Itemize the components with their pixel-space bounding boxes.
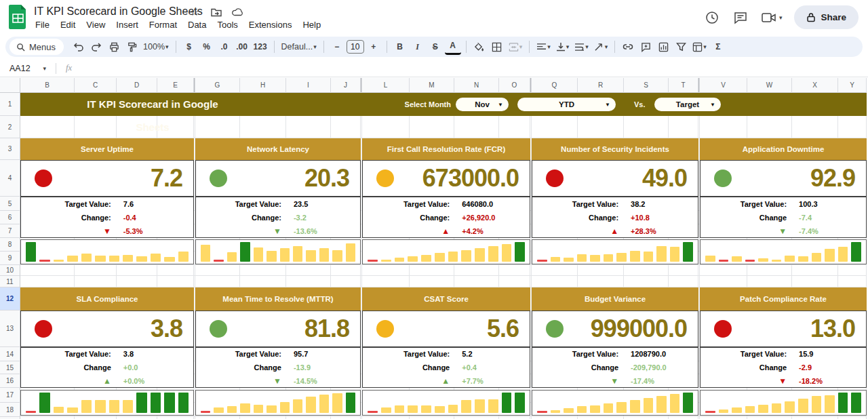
borders-button[interactable] xyxy=(489,39,505,55)
column-header-X[interactable]: X xyxy=(792,78,838,93)
menu-file[interactable]: File xyxy=(30,18,55,31)
row-header-8[interactable]: 8 xyxy=(0,238,20,252)
menu-format[interactable]: Format xyxy=(144,18,182,31)
column-header-Q[interactable]: Q xyxy=(532,78,578,93)
more-formats-button[interactable]: 123 xyxy=(252,39,269,55)
row-header-10[interactable]: 10 xyxy=(0,265,20,276)
menu-tools[interactable]: Tools xyxy=(212,18,243,31)
select-all-corner[interactable] xyxy=(0,78,20,93)
row-header-2[interactable]: 2 xyxy=(0,116,20,138)
format-currency-button[interactable]: $ xyxy=(181,39,197,55)
toolbar-search-menus[interactable]: Menus xyxy=(9,39,64,55)
menu-help[interactable]: Help xyxy=(297,18,326,31)
text-color-button[interactable]: A xyxy=(445,39,461,55)
redo-button[interactable] xyxy=(88,39,104,55)
name-box[interactable]: AA12 ▾ xyxy=(0,64,52,73)
italic-button[interactable]: I xyxy=(410,39,426,55)
insert-comment-button[interactable] xyxy=(637,39,654,55)
menu-extensions[interactable]: Extensions xyxy=(243,18,298,31)
fill-color-button[interactable] xyxy=(471,39,488,55)
column-header-Y[interactable]: Y xyxy=(838,78,867,93)
menu-view[interactable]: View xyxy=(81,18,111,31)
star-icon[interactable]: ☆ xyxy=(189,6,201,18)
zoom-select[interactable]: 100%▾ xyxy=(141,39,171,55)
create-filter-button[interactable] xyxy=(673,39,689,55)
column-header-E[interactable]: E xyxy=(157,78,194,93)
horizontal-align-button[interactable]: ▾ xyxy=(534,39,553,55)
increase-font-size-button[interactable]: + xyxy=(366,39,382,55)
version-history-icon[interactable] xyxy=(704,9,720,26)
column-header-R[interactable]: R xyxy=(578,78,624,93)
format-percent-button[interactable]: % xyxy=(199,39,215,55)
paint-format-button[interactable] xyxy=(123,39,140,55)
row-header-17[interactable]: 17 xyxy=(0,388,20,403)
column-header-M[interactable]: M xyxy=(410,78,454,93)
table-views-button[interactable]: ▾ xyxy=(690,39,709,55)
column-header-J[interactable]: J xyxy=(331,78,361,93)
font-select[interactable]: Defaul...▾ xyxy=(279,39,319,55)
column-header-C[interactable]: C xyxy=(75,78,117,93)
row-header-6[interactable]: 6 xyxy=(0,211,20,224)
row-header-14[interactable]: 14 xyxy=(0,347,20,361)
month-dropdown[interactable]: Nov ▼ xyxy=(456,98,509,111)
menu-insert[interactable]: Insert xyxy=(111,18,144,31)
merge-cells-button[interactable]: ▾ xyxy=(507,39,525,55)
bold-button[interactable]: B xyxy=(392,39,408,55)
spark-bar xyxy=(435,406,445,413)
column-header-L[interactable]: L xyxy=(362,78,410,93)
column-header-W[interactable]: W xyxy=(747,78,792,93)
print-button[interactable] xyxy=(106,39,122,55)
increase-decimals-button[interactable]: .00 xyxy=(234,39,250,55)
row-header-12[interactable]: 12 xyxy=(0,287,20,311)
document-title[interactable]: IT KPI Scorecard in Google Sheets xyxy=(34,5,203,18)
decrease-font-size-button[interactable]: − xyxy=(329,39,345,55)
insert-chart-button[interactable] xyxy=(655,39,671,55)
row-header-16[interactable]: 16 xyxy=(0,374,20,388)
vertical-align-button[interactable]: ▾ xyxy=(554,39,572,55)
formula-input[interactable] xyxy=(72,60,868,77)
share-button[interactable]: Share xyxy=(794,5,859,29)
column-header-V[interactable]: V xyxy=(700,78,747,93)
cloud-status-icon[interactable] xyxy=(232,6,244,18)
undo-button[interactable] xyxy=(71,39,87,55)
row-header-5[interactable]: 5 xyxy=(0,197,20,211)
target-value: 646080.0 xyxy=(458,200,530,208)
period-dropdown[interactable]: YTD ▼ xyxy=(517,98,616,111)
font-size-input[interactable]: 10 xyxy=(347,40,364,54)
meet-button[interactable]: ▾ xyxy=(761,11,783,24)
column-header-I[interactable]: I xyxy=(286,78,331,93)
column-header-H[interactable]: H xyxy=(240,78,286,93)
row-header-7[interactable]: 7 xyxy=(0,224,20,238)
row-header-1[interactable]: 1 xyxy=(0,93,20,116)
row-header-4[interactable]: 4 xyxy=(0,160,20,197)
spark-bar xyxy=(488,399,498,413)
move-to-folder-icon[interactable] xyxy=(210,6,222,18)
row-header-15[interactable]: 15 xyxy=(0,361,20,374)
column-header-B[interactable]: B xyxy=(20,78,75,93)
column-header-O[interactable]: O xyxy=(499,78,530,93)
insert-link-button[interactable] xyxy=(620,39,636,55)
sheet-content[interactable]: IT KPI Scorecard in Google Sheets Select… xyxy=(20,93,868,419)
spark-bar xyxy=(732,407,742,413)
column-header-T[interactable]: T xyxy=(669,78,698,93)
column-header-S[interactable]: S xyxy=(624,78,669,93)
borders-icon xyxy=(492,42,502,52)
sheets-logo-icon[interactable] xyxy=(9,5,27,29)
row-header-3[interactable]: 3 xyxy=(0,138,20,160)
compare-dropdown[interactable]: Target ▼ xyxy=(654,98,721,111)
text-wrap-button[interactable]: ▾ xyxy=(572,39,591,55)
row-header-11[interactable]: 11 xyxy=(0,276,20,287)
column-header-G[interactable]: G xyxy=(195,78,240,93)
text-rotation-button[interactable]: ▾ xyxy=(592,39,610,55)
functions-button[interactable]: Σ xyxy=(710,39,726,55)
comment-history-icon[interactable] xyxy=(732,9,749,26)
column-header-D[interactable]: D xyxy=(117,78,157,93)
row-header-13[interactable]: 13 xyxy=(0,311,20,347)
menu-edit[interactable]: Edit xyxy=(55,18,81,31)
column-header-N[interactable]: N xyxy=(454,78,499,93)
strikethrough-button[interactable]: S xyxy=(427,39,443,55)
menu-data[interactable]: Data xyxy=(182,18,212,31)
decrease-decimals-button[interactable]: .0 xyxy=(216,39,233,55)
row-header-9[interactable]: 9 xyxy=(0,252,20,265)
row-header-18[interactable]: 18 xyxy=(0,403,20,417)
